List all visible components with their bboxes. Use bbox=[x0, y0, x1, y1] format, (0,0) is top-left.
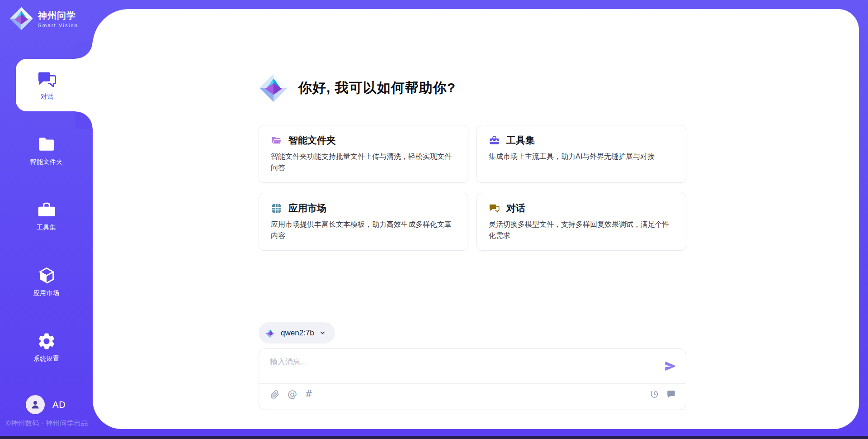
tab-curve-top bbox=[75, 42, 93, 59]
sidebar-item-chat[interactable]: 对话 bbox=[16, 59, 94, 111]
hashtag-icon[interactable]: # bbox=[305, 389, 313, 399]
person-icon bbox=[29, 399, 41, 410]
greeting: 你好, 我可以如何帮助你? bbox=[259, 73, 456, 103]
toolbox-icon bbox=[489, 135, 500, 146]
model-gem-icon bbox=[265, 328, 276, 339]
message-composer: @ # bbox=[259, 348, 686, 410]
avatar bbox=[26, 395, 45, 414]
card-toolkit[interactable]: 工具集 集成市场上主流工具，助力AI与外界无缝扩展与对接 bbox=[476, 125, 686, 183]
history-icon[interactable] bbox=[650, 389, 659, 399]
folder-open-icon bbox=[271, 135, 282, 146]
brand-tagline: Smart Vision bbox=[38, 23, 78, 28]
chat-bubble-icon[interactable] bbox=[666, 389, 676, 399]
grid-icon bbox=[271, 203, 282, 214]
mention-icon[interactable]: @ bbox=[288, 389, 297, 399]
sidebar-item-smart-folder[interactable]: 智能文件夹 bbox=[0, 129, 93, 171]
model-selector[interactable]: qwen2:7b bbox=[259, 322, 335, 344]
card-title: 应用市场 bbox=[288, 202, 326, 215]
greeting-text: 你好, 我可以如何帮助你? bbox=[298, 79, 456, 97]
sidebar-item-label: 工具集 bbox=[37, 224, 57, 232]
gear-icon bbox=[37, 331, 57, 351]
card-description: 集成市场上主流工具，助力AI与外界无缝扩展与对接 bbox=[489, 151, 674, 162]
cube-icon bbox=[37, 266, 57, 286]
sidebar-item-app-market[interactable]: 应用市场 bbox=[0, 261, 93, 302]
user-profile[interactable]: AD bbox=[26, 395, 66, 414]
card-title: 智能文件夹 bbox=[288, 134, 336, 147]
toolbox-icon bbox=[37, 200, 57, 220]
greeting-gem-icon bbox=[259, 73, 288, 103]
card-title: 对话 bbox=[506, 202, 525, 215]
composer-divider bbox=[259, 383, 686, 384]
shortcut-cards: 智能文件夹 智能文件夹功能支持批量文件上传与清洗，轻松实现文件问答 工具集 集成… bbox=[259, 125, 686, 251]
sidebar-item-label: 智能文件夹 bbox=[30, 158, 63, 166]
send-icon[interactable] bbox=[664, 360, 677, 372]
sidebar-item-label: 应用市场 bbox=[33, 289, 60, 297]
card-description: 灵活切换多模型文件，支持多样回复效果调试，满足个性化需求 bbox=[489, 219, 674, 242]
card-title: 工具集 bbox=[506, 134, 535, 147]
card-chat[interactable]: 对话 灵活切换多模型文件，支持多样回复效果调试，满足个性化需求 bbox=[476, 193, 686, 251]
copyright-footer: ©神州数码 · 神州问学出品 bbox=[6, 419, 88, 428]
message-input[interactable] bbox=[270, 357, 650, 379]
tab-curve-bottom bbox=[75, 111, 93, 129]
bottom-edge-strip bbox=[0, 436, 868, 439]
brand-logo-gem-icon bbox=[9, 6, 33, 31]
card-smart-folder[interactable]: 智能文件夹 智能文件夹功能支持批量文件上传与清洗，轻松实现文件问答 bbox=[259, 125, 468, 183]
user-name: AD bbox=[52, 400, 66, 410]
card-description: 智能文件夹功能支持批量文件上传与清洗，轻松实现文件问答 bbox=[271, 151, 456, 174]
folder-icon bbox=[37, 134, 57, 154]
sidebar-item-label: 对话 bbox=[41, 93, 53, 101]
sidebar-item-label: 系统设置 bbox=[33, 355, 60, 363]
chat-icon bbox=[37, 69, 57, 90]
paperclip-icon[interactable] bbox=[270, 389, 280, 399]
sidebar-item-toolkit[interactable]: 工具集 bbox=[0, 195, 93, 237]
card-description: 应用市场提供丰富长文本模板，助力高效生成多样化文章内容 bbox=[271, 219, 456, 242]
main-content: 你好, 我可以如何帮助你? 智能文件夹 智能文件夹功能支持批量文件上传与清洗，轻… bbox=[93, 9, 859, 429]
model-name: qwen2:7b bbox=[281, 329, 314, 338]
chevron-down-icon bbox=[319, 329, 326, 336]
brand-name: 神州问学 bbox=[38, 10, 78, 22]
sidebar: 神州问学 Smart Vision 对话 智能文件夹 工具集 应用市场 系统设置… bbox=[0, 0, 93, 439]
sidebar-item-settings[interactable]: 系统设置 bbox=[0, 326, 93, 368]
chat-icon bbox=[489, 203, 500, 214]
card-app-market[interactable]: 应用市场 应用市场提供丰富长文本模板，助力高效生成多样化文章内容 bbox=[259, 193, 468, 251]
brand: 神州问学 Smart Vision bbox=[9, 6, 78, 31]
